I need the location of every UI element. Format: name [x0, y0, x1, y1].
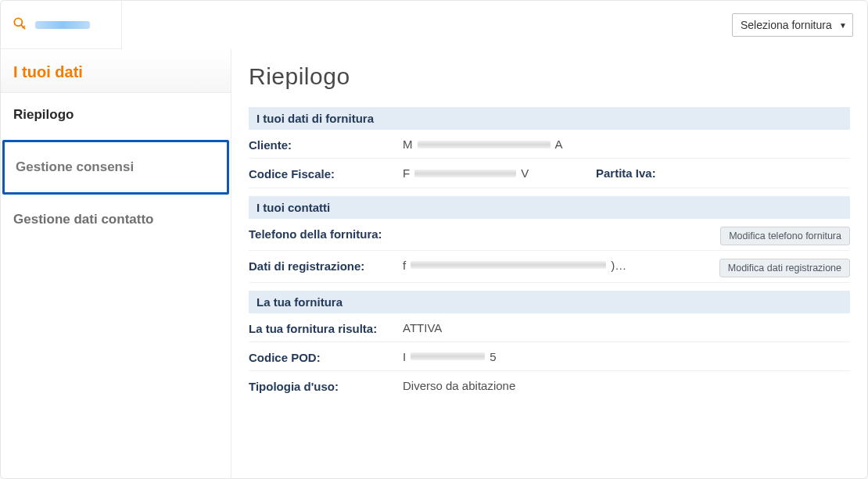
sidebar: I tuoi dati Riepilogo Gestione consensi …: [1, 49, 231, 478]
cf-suffix: V: [521, 166, 529, 180]
app-window: Seleziona fornitura ▼ I tuoi dati Riepil…: [0, 0, 868, 479]
sidebar-item-gestione-dati-contatto[interactable]: Gestione dati contatto: [1, 198, 231, 241]
row-cf-piva: Codice Fiscale: F V Partita Iva:: [249, 159, 850, 188]
topbar: Seleziona fornitura ▼: [1, 1, 867, 49]
cf-prefix: F: [403, 166, 410, 180]
row-usage: Tipologia d'uso: Diverso da abitazione: [249, 371, 850, 399]
magnifier-bulb-icon: [12, 15, 27, 35]
supply-select-wrap: Seleziona fornitura ▼: [732, 13, 853, 37]
cliente-suffix: A: [555, 138, 563, 151]
main: Riepilogo I tuoi dati di fornitura Clien…: [231, 49, 867, 478]
actions-registration: Modifica dati registrazione: [719, 259, 850, 277]
reg-suffix: )…: [611, 259, 626, 272]
svg-point-0: [14, 18, 22, 26]
body: I tuoi dati Riepilogo Gestione consensi …: [1, 49, 867, 478]
redacted-bar: [418, 141, 551, 148]
label-phone: Telefono della fornitura:: [249, 227, 393, 242]
label-registration: Dati di registrazione:: [249, 259, 393, 274]
row-registration: Dati di registrazione: f )… Modifica dat…: [249, 251, 850, 283]
modify-phone-button[interactable]: Modifica telefono fornitura: [720, 227, 850, 245]
pod-prefix: I: [403, 350, 406, 363]
value-registration: f )…: [403, 259, 710, 272]
row-phone: Telefono della fornitura: Modifica telef…: [249, 219, 850, 251]
sidebar-item-riepilogo[interactable]: Riepilogo: [1, 93, 231, 137]
row-pod: Codice POD: I 5: [249, 342, 850, 371]
actions-phone: Modifica telefono fornitura: [720, 227, 850, 245]
redacted-bar: [411, 352, 485, 360]
value-usage: Diverso da abitazione: [403, 379, 850, 392]
brand: [1, 1, 122, 49]
reg-prefix: f: [403, 259, 406, 272]
brand-text-redacted: [35, 21, 90, 29]
value-status: ATTIVA: [403, 321, 850, 334]
sidebar-title: I tuoi dati: [1, 49, 231, 93]
modify-registration-button[interactable]: Modifica dati registrazione: [719, 259, 850, 277]
page-title: Riepilogo: [249, 63, 850, 90]
row-cliente: Cliente: M A: [249, 130, 850, 159]
value-cf: F V: [403, 166, 586, 180]
row-status: La tua fornitura risulta: ATTIVA: [249, 313, 850, 342]
label-pod: Codice POD:: [249, 350, 393, 366]
cliente-prefix: M: [403, 138, 413, 151]
redacted-bar: [411, 261, 606, 269]
label-usage: Tipologia d'uso:: [249, 379, 393, 395]
value-pod: I 5: [403, 350, 850, 363]
label-piva: Partita Iva:: [596, 166, 752, 180]
supply-select[interactable]: Seleziona fornitura: [732, 13, 853, 37]
section-header-supply-data: I tuoi dati di fornitura: [249, 107, 850, 130]
section-header-supply: La tua fornitura: [249, 291, 850, 313]
pod-suffix: 5: [490, 350, 496, 363]
redacted-bar: [414, 170, 516, 177]
sidebar-item-gestione-consensi[interactable]: Gestione consensi: [2, 140, 229, 195]
label-cliente: Cliente:: [249, 138, 393, 153]
value-cliente: M A: [403, 138, 850, 151]
label-status: La tua fornitura risulta:: [249, 321, 393, 337]
label-cf: Codice Fiscale:: [249, 166, 393, 182]
section-header-contacts: I tuoi contatti: [249, 196, 850, 219]
